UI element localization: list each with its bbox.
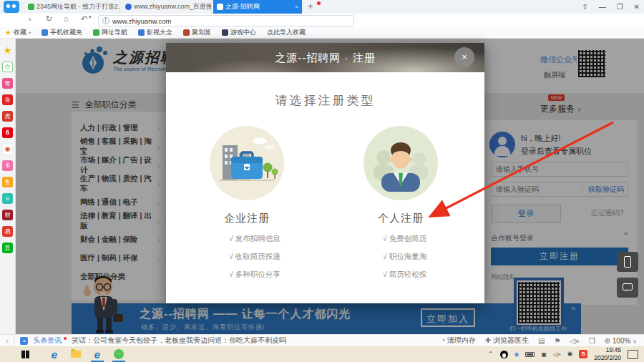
dangdang-app-icon[interactable]: 当: [2, 94, 13, 105]
tab-2345-navigation[interactable]: 2345网址导航 - 致力于打造2...: [24, 0, 120, 14]
teal-app-icon[interactable]: ⊙: [2, 193, 13, 204]
browser-doctor-button[interactable]: ✚ 浏览器医生: [485, 336, 529, 346]
printer-icon[interactable]: ▤: [538, 337, 545, 345]
netease-app-icon[interactable]: 易: [2, 226, 13, 237]
tab-label: 之源-招聘网: [225, 2, 260, 11]
shield-tray-icon[interactable]: ◈: [514, 351, 519, 358]
feature-item: √ 发布招聘信息: [229, 230, 280, 248]
tab-baidu-search[interactable]: www.zhiyuanw.com_百度搜...: [122, 0, 212, 14]
modal-title: 之源--招聘网 · 注册: [166, 43, 484, 72]
volume-icon[interactable]: ◁»: [553, 351, 561, 358]
muying-app-icon[interactable]: 母: [2, 78, 13, 89]
news-source[interactable]: 头条资讯: [33, 336, 62, 346]
six-rooms-app-icon[interactable]: 6: [2, 127, 13, 138]
settings-gear-icon[interactable]: ✱: [567, 351, 573, 358]
modal-header: 之源--招聘网 · 注册 ×: [166, 43, 484, 72]
bookmark-mobile-favorites[interactable]: 手机收藏夹: [42, 28, 82, 37]
modal-body: 请选择注册类型: [166, 72, 484, 303]
bookmark-juhuasuan[interactable]: 聚划算: [183, 28, 211, 37]
history-clock-icon[interactable]: ◷: [2, 62, 13, 72]
flag-icon[interactable]: ⚑: [554, 337, 560, 345]
tab-close-icon[interactable]: ×: [295, 4, 298, 10]
network-icon[interactable]: ▣: [541, 351, 547, 358]
undo-icon[interactable]: ↶: [81, 14, 87, 24]
cartoon-app-icon[interactable]: 卡: [2, 160, 13, 171]
close-button[interactable]: ✕: [634, 3, 640, 11]
collapse-icon[interactable]: ‹: [6, 336, 9, 345]
tab-label: www.zhiyuanw.com_百度搜...: [134, 2, 212, 11]
back-icon[interactable]: ‹: [29, 14, 31, 23]
battery-icon[interactable]: [525, 352, 535, 357]
clock-date: 2020/2/20: [594, 354, 621, 361]
home-favicon-icon: [28, 4, 34, 10]
wechat-icon: ··: [114, 349, 124, 359]
favorites-star-icon[interactable]: ★: [2, 45, 13, 56]
modal-subtitle: 请选择注册类型: [166, 92, 484, 109]
minimize-button[interactable]: —: [599, 3, 606, 11]
tab-zhiyuan-active[interactable]: 之源-招聘网 ×: [213, 0, 302, 14]
personal-register-label[interactable]: 个人注册: [358, 212, 444, 225]
sogou-tray-icon[interactable]: S: [579, 350, 587, 358]
undo-dropdown-icon[interactable]: ▾: [89, 14, 92, 20]
bookmark-import[interactable]: 点此导入收藏: [267, 28, 306, 37]
personal-features: √ 免费创简历 √ 职位海量淘 √ 简历轻松投: [383, 230, 426, 283]
bookmark-movies[interactable]: 影视大全: [138, 28, 172, 37]
taskbar-clock[interactable]: 19:45 2020/2/20: [594, 346, 621, 361]
taskbar-edge[interactable]: e: [44, 346, 65, 362]
enterprise-features: √ 发布招聘信息 √ 收取简历投递 √ 多种职位分享: [229, 230, 280, 283]
zoom-control[interactable]: ⊕ 100% ∨: [605, 337, 637, 345]
address-input[interactable]: [112, 17, 350, 25]
qq-tray-icon[interactable]: [500, 351, 508, 358]
address-bar[interactable]: [98, 15, 354, 26]
douban-app-icon[interactable]: 豆: [2, 243, 13, 253]
toutiao-icon: ≡: [20, 337, 28, 345]
modal-close-button[interactable]: ×: [454, 47, 474, 67]
feature-item: √ 多种职位分享: [229, 265, 280, 283]
finance-app-icon[interactable]: 财: [2, 210, 13, 220]
home-icon[interactable]: ⌂: [64, 14, 69, 23]
mobile-app-float-button[interactable]: [617, 252, 638, 272]
speaker-icon[interactable]: ◁»: [570, 337, 579, 345]
phone-icon: [42, 29, 48, 36]
action-center-icon[interactable]: [628, 350, 638, 359]
site-favicon-icon: [217, 4, 223, 10]
bookmark-site-nav[interactable]: 网址导航: [93, 28, 127, 37]
taskbar-wechat-active[interactable]: ··: [108, 346, 130, 362]
enterprise-illustration[interactable]: [210, 126, 284, 200]
browser-icon: e: [94, 348, 100, 361]
maximize-button[interactable]: ❐: [617, 3, 623, 11]
douyu-app-icon[interactable]: 鱼: [2, 177, 13, 187]
taskbar-browser-active[interactable]: e: [87, 346, 108, 362]
bookmark-game-center[interactable]: 游戏中心: [222, 28, 256, 37]
window-split-icon[interactable]: ❐: [589, 337, 595, 345]
person-illustration[interactable]: [364, 126, 438, 200]
share-icon[interactable]: ⇧: [582, 3, 587, 11]
new-tab-button[interactable]: +: [308, 1, 313, 11]
bookmark-label: 点此导入收藏: [267, 28, 306, 37]
register-modal: 之源--招聘网 · 注册 × 请选择注册类型: [166, 43, 484, 303]
clean-memory-button[interactable]: ◔ 清理内存: [441, 336, 476, 346]
star-icon: ★: [5, 29, 11, 36]
news-ticker[interactable]: 笑话：公司食堂今天包饺子，老板坐我旁边问道：你吃大蒜不剥皮吗: [72, 336, 286, 346]
start-button[interactable]: [21, 351, 29, 358]
taskbar-file-explorer[interactable]: [65, 346, 87, 362]
weibo-eye-icon[interactable]: ◉: [2, 144, 13, 155]
feature-item: √ 简历轻松投: [383, 265, 426, 283]
tray-expand-icon[interactable]: ⌃: [488, 351, 494, 358]
notification-dot: [317, 1, 321, 5]
clock-time: 19:45: [606, 346, 621, 353]
bookmark-favorites[interactable]: ★ 收藏 ▾: [5, 28, 31, 37]
gauge-icon: ◔: [441, 336, 445, 344]
news-red-dot: [64, 337, 67, 340]
feedback-float-button[interactable]: [617, 278, 638, 298]
zoom-plus-icon: ⊕: [605, 337, 610, 345]
refresh-icon[interactable]: ↻: [46, 14, 52, 24]
baidu-favicon-icon: [125, 4, 132, 10]
hupu-app-icon[interactable]: 虎: [2, 111, 13, 122]
gamepad-icon: [222, 29, 228, 36]
browser-logo-icon[interactable]: [4, 1, 19, 13]
bookmark-label: 收藏: [14, 28, 26, 37]
enterprise-register-label[interactable]: 企业注册: [204, 212, 290, 225]
status-bar: ‹ | ≡ 头条资讯 笑话：公司食堂今天包饺子，老板坐我旁边问道：你吃大蒜不剥皮…: [0, 334, 644, 346]
chevron-down-icon: ▾: [29, 30, 31, 35]
